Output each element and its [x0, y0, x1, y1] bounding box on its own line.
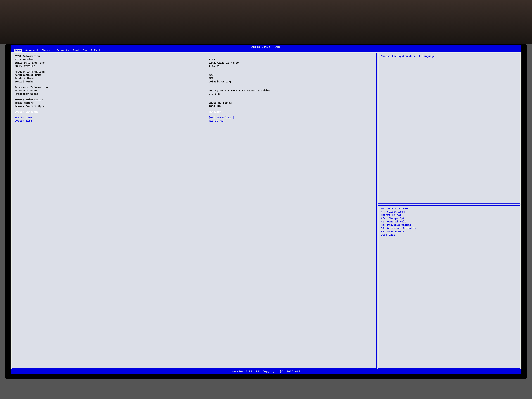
- processor-name-value: AMD Ryzen 7 7735HS with Radeon Graphics: [209, 89, 374, 92]
- serial-number-value: Default string: [209, 80, 374, 83]
- tab-main[interactable]: Main: [14, 49, 22, 52]
- bios-footer: Version 2.22.1282 Copyright (C) 2023 AMI: [11, 369, 521, 374]
- right-column: Choose the system default language →←: S…: [378, 53, 520, 369]
- tab-boot[interactable]: Boot: [73, 49, 79, 52]
- system-time-value[interactable]: [13:39:41]: [209, 119, 374, 122]
- bios-screen: Aptio Setup – AMI Main Advanced Chipset …: [11, 45, 521, 374]
- key-select-screen: →←: Select Screen: [381, 207, 518, 210]
- ec-fw-value: 1.15.01: [209, 65, 374, 68]
- product-name-value: SER: [209, 77, 374, 80]
- system-date-value[interactable]: [Fri 08/30/2024]: [209, 116, 374, 119]
- bios-version-label: BIOS Version: [14, 58, 209, 61]
- key-change-opt: +/-: Change Opt.: [381, 217, 518, 220]
- processor-name-label: Processor Name: [14, 89, 209, 92]
- tab-advanced[interactable]: Advanced: [25, 49, 38, 52]
- processor-speed-label: Processor Speed: [14, 93, 209, 95]
- tab-save-exit[interactable]: Save & Exit: [83, 49, 100, 52]
- system-language-value[interactable]: [English]: [209, 110, 374, 114]
- system-time-label[interactable]: System Time: [14, 119, 209, 122]
- memory-speed-value: 4800 MHz: [209, 105, 374, 108]
- memory-info-header: Memory Information: [14, 98, 209, 101]
- serial-number-label: Serial Number: [14, 80, 209, 83]
- bios-title: Aptio Setup – AMI: [11, 45, 521, 49]
- processor-info-header: Processor Information: [14, 86, 209, 89]
- help-text: Choose the system default language: [381, 55, 518, 58]
- manufacturer-label: Manufacturer Name: [14, 74, 209, 77]
- manufacturer-value: AZW: [209, 74, 374, 77]
- total-memory-value: 32768 MB (DDR5): [209, 101, 374, 105]
- key-previous-values: F2: Previous Values: [381, 223, 518, 227]
- key-general-help: F1: General Help: [381, 220, 518, 223]
- key-help-panel: →←: Select Screen ↑↓: Select Item Enter:…: [378, 205, 520, 369]
- system-date-label[interactable]: System Date: [14, 116, 209, 119]
- tab-bar: Main Advanced Chipset Security Boot Save…: [11, 49, 521, 52]
- photo-background-top: [0, 0, 532, 44]
- processor-speed-value: 3.2 GHz: [209, 93, 374, 95]
- key-enter-select: Enter: Select: [381, 214, 518, 217]
- product-name-label: Product Name: [14, 77, 209, 80]
- build-date-label: Build Date and Time: [14, 61, 209, 64]
- ec-fw-label: EC FW Version: [14, 65, 209, 68]
- bios-version-value: 1.13: [209, 58, 374, 61]
- main-panel: BIOS Information BIOS Version 1.13 Build…: [12, 53, 377, 369]
- key-save-exit: F4: Save & Exit: [381, 230, 518, 233]
- key-select-item: ↑↓: Select Item: [381, 210, 518, 214]
- tab-chipset[interactable]: Chipset: [42, 49, 53, 52]
- help-panel: Choose the system default language: [378, 53, 520, 204]
- key-optimized-defaults: F3: Optimized Defaults: [381, 227, 518, 230]
- tab-security[interactable]: Security: [57, 49, 69, 52]
- total-memory-label: Total Memory: [14, 101, 209, 105]
- bios-body: BIOS Information BIOS Version 1.13 Build…: [11, 52, 521, 369]
- monitor-bezel: Aptio Setup – AMI Main Advanced Chipset …: [5, 44, 527, 379]
- build-date-value: 02/22/2023 18:48:29: [209, 61, 374, 64]
- product-info-header: Product Information: [14, 70, 209, 73]
- memory-speed-label: Memory Current Speed: [14, 105, 209, 108]
- bios-info-header: BIOS Information: [14, 55, 209, 58]
- key-esc-exit: ESC: Exit: [381, 233, 518, 237]
- system-language-label[interactable]: System Language: [14, 110, 209, 114]
